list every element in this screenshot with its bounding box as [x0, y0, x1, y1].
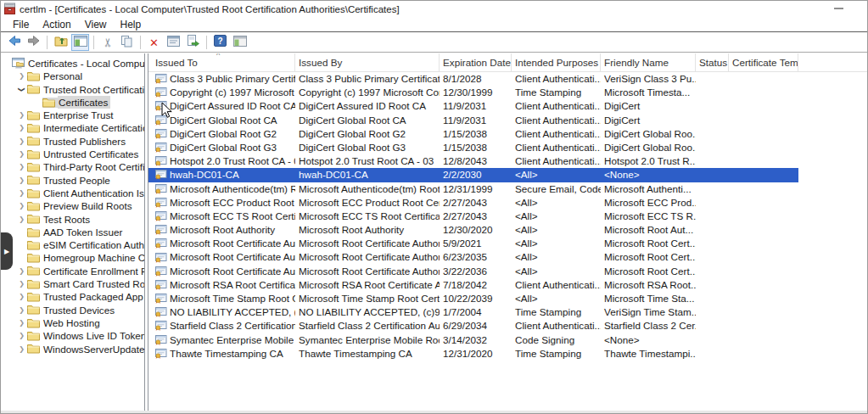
cert-row-microsoft-root-certificate-auth[interactable]: Microsoft Root Certificate Auth...Micros… — [148, 250, 798, 264]
tree-item-aad-token-issuer[interactable]: AAD Token Issuer — [1, 226, 144, 238]
back-button[interactable] — [5, 34, 23, 51]
up-one-level-button[interactable] — [52, 34, 70, 51]
export-list-button[interactable] — [184, 34, 202, 51]
chevron-down-icon[interactable]: ❯ — [15, 84, 28, 95]
cert-row-microsoft-time-stamp-root-cer[interactable]: Microsoft Time Stamp Root Cer...Microsof… — [148, 292, 798, 305]
tree-item-third-party-root-certification[interactable]: ❯Third-Party Root Certification — [1, 160, 144, 173]
cell-expiration: 2/27/2043 — [440, 210, 512, 223]
chevron-right-icon[interactable]: ❯ — [16, 135, 27, 148]
column-header-certificate-tem[interactable]: Certificate Tem... — [729, 53, 798, 71]
column-header-expiration-date[interactable]: Expiration Date — [440, 53, 512, 71]
chevron-right-icon[interactable]: ❯ — [16, 199, 27, 212]
forward-button[interactable] — [25, 34, 42, 51]
tree-item-intermediate-certification-au[interactable]: ❯Intermediate Certification Au — [1, 121, 144, 134]
chevron-right-icon[interactable]: ❯ — [16, 174, 27, 187]
tree-item-trusted-packaged-app-install[interactable]: ❯Trusted Packaged App Install — [1, 290, 144, 303]
cell-text: Microsoft Root Authority — [299, 223, 404, 237]
tree-item-smart-card-trusted-roots[interactable]: ❯Smart Card Trusted Roots — [1, 277, 144, 290]
column-header-issued-to[interactable]: Issued To^ — [152, 53, 295, 71]
tree-item-certificates-local-computer[interactable]: Certificates - Local Computer — [1, 57, 144, 70]
cert-row-microsoft-ecc-product-root-ce[interactable]: Microsoft ECC Product Root Ce...Microsof… — [148, 196, 798, 210]
tree-item-preview-build-roots[interactable]: ❯Preview Build Roots — [1, 199, 144, 212]
chevron-right-icon[interactable]: ❯ — [16, 148, 27, 160]
tree-item-windows-live-id-token-issuer[interactable]: ❯Windows Live ID Token Issuer — [1, 329, 144, 342]
tree-item-test-roots[interactable]: ❯Test Roots — [1, 213, 144, 226]
tree-item-homegroup-machine-certific[interactable]: Homegroup Machine Certific — [1, 251, 144, 264]
help-button[interactable]: ? — [211, 34, 229, 51]
tree-item-web-hosting[interactable]: ❯Web Hosting — [1, 316, 144, 329]
cert-row-microsoft-root-certificate-auth[interactable]: Microsoft Root Certificate Auth...Micros… — [148, 237, 798, 250]
show-console-tree-button[interactable] — [71, 34, 89, 51]
new-window-button[interactable] — [231, 34, 249, 51]
tree-item-label: Trusted Publishers — [42, 135, 128, 148]
cert-row-starfield-class-2-certification-a[interactable]: Starfield Class 2 Certification A...Star… — [148, 319, 798, 333]
chevron-right-icon[interactable]: ❯ — [16, 109, 27, 121]
cert-row-digicert-global-root-g3[interactable]: DigiCert Global Root G3DigiCert Global R… — [148, 141, 798, 154]
chevron-right-icon[interactable]: ❯ — [16, 343, 27, 355]
cell-text: Microsoft Authenticode(tm) Root... — [299, 182, 440, 196]
cell-expiration: 3/14/2032 — [440, 333, 512, 347]
tree-item-client-authentication-issuers[interactable]: ❯Client Authentication Issuers — [1, 187, 144, 199]
tree-item-esim-certification-authorities[interactable]: eSIM Certification Authorities — [1, 238, 144, 251]
column-header-status[interactable]: Status — [696, 53, 729, 71]
tree-item-trusted-publishers[interactable]: ❯Trusted Publishers — [1, 135, 144, 148]
tree-item-personal[interactable]: ❯Personal — [1, 70, 144, 82]
cert-row-microsoft-authenticode-tm-ro[interactable]: Microsoft Authenticode(tm) Ro...Microsof… — [148, 182, 798, 196]
cell-issued_by: Microsoft Time Stamp Root Certif... — [295, 292, 440, 305]
cell-text: Microsoft Root Certificate Authori... — [299, 237, 440, 250]
cell-text: 6/29/2034 — [443, 319, 487, 333]
copy-button[interactable] — [118, 34, 136, 51]
cert-row-hotspot-2-0-trust-root-ca-03[interactable]: Hotspot 2.0 Trust Root CA - 03Hotspot 2.… — [148, 154, 798, 168]
chevron-right-icon[interactable]: ❯ — [16, 121, 27, 134]
chevron-right-icon[interactable]: ❯ — [16, 70, 27, 82]
chevron-right-icon[interactable]: ❯ — [16, 316, 27, 329]
cell-text: Microsoft Time Stamp Root Certif... — [299, 292, 440, 305]
cell-friendly: Microsoft Timesta... — [601, 86, 696, 99]
tree-item-trusted-people[interactable]: ❯Trusted People — [1, 174, 144, 187]
tree-item-enterprise-trust[interactable]: ❯Enterprise Trust — [1, 109, 144, 121]
tree-item-untrusted-certificates[interactable]: ❯Untrusted Certificates — [1, 148, 144, 160]
menu-file[interactable]: File — [6, 19, 36, 31]
cut-button[interactable]: ✂ — [98, 34, 116, 51]
chevron-right-icon[interactable]: ❯ — [16, 187, 27, 199]
cell-issued_to: Hotspot 2.0 Trust Root CA - 03 — [152, 154, 295, 168]
cert-row-symantec-enterprise-mobile-ro[interactable]: Symantec Enterprise Mobile Ro...Symantec… — [148, 333, 798, 347]
properties-button[interactable] — [165, 34, 182, 51]
chevron-right-icon[interactable]: ❯ — [16, 304, 27, 316]
chevron-right-icon[interactable]: ❯ — [16, 290, 27, 303]
cert-row-digicert-assured-id-root-ca[interactable]: DigiCert Assured ID Root CADigiCert Assu… — [148, 99, 798, 113]
column-header-issued-by[interactable]: Issued By — [295, 53, 440, 71]
minimize-button[interactable] — [834, 8, 843, 9]
cert-row-class-3-public-primary-certificat[interactable]: Class 3 Public Primary Certificat...Clas… — [148, 72, 798, 86]
menu-help[interactable]: Help — [114, 19, 148, 31]
cert-row-digicert-global-root-ca[interactable]: DigiCert Global Root CADigiCert Global R… — [148, 114, 798, 127]
tree-item-windowsserverupdateservice[interactable]: ❯WindowsServerUpdateService — [1, 343, 144, 355]
tree-item-certificates[interactable]: Certificates — [1, 96, 144, 109]
cert-row-copyright-c-1997-microsoft-c[interactable]: Copyright (c) 1997 Microsoft C...Copyrig… — [148, 86, 798, 99]
folder-icon — [27, 266, 42, 276]
cert-row-microsoft-rsa-root-certificate[interactable]: Microsoft RSA Root Certificate ...Micros… — [148, 278, 798, 292]
tree-item-trusted-root-certification-au[interactable]: ❯Trusted Root Certification Au — [1, 83, 144, 96]
column-header-intended-purposes[interactable]: Intended Purposes — [512, 53, 601, 71]
delete-button[interactable]: ✕ — [145, 34, 163, 51]
window-bottom-border — [1, 411, 867, 413]
chevron-right-icon[interactable]: ❯ — [16, 213, 27, 226]
cert-row-no-liability-accepted-c-97[interactable]: NO LIABILITY ACCEPTED, (c)97 ...NO LIABI… — [148, 305, 798, 319]
chevron-right-icon[interactable]: ❯ — [16, 265, 27, 277]
cert-row-digicert-global-root-g2[interactable]: DigiCert Global Root G2DigiCert Global R… — [148, 127, 798, 141]
chevron-right-icon[interactable]: ❯ — [16, 329, 27, 342]
menu-action[interactable]: Action — [36, 19, 77, 31]
chevron-right-icon[interactable]: ❯ — [16, 160, 27, 173]
menu-view[interactable]: View — [78, 19, 114, 31]
cert-row-hwah-dc01-ca[interactable]: hwah-DC01-CAhwah-DC01-CA2/2/2030<All><No… — [148, 168, 798, 182]
tree-item-trusted-devices[interactable]: ❯Trusted Devices — [1, 304, 144, 316]
tree-item-certificate-enrollment-reque[interactable]: ❯Certificate Enrollment Reque — [1, 265, 144, 277]
cert-row-microsoft-root-authority[interactable]: Microsoft Root AuthorityMicrosoft Root A… — [148, 223, 798, 237]
cert-row-microsoft-ecc-ts-root-certifica[interactable]: Microsoft ECC TS Root Certifica...Micros… — [148, 210, 798, 223]
cert-row-thawte-timestamping-ca[interactable]: Thawte Timestamping CAThawte Timestampin… — [148, 347, 798, 361]
column-header-friendly-name[interactable]: Friendly Name — [601, 53, 696, 71]
cert-row-microsoft-root-certificate-auth[interactable]: Microsoft Root Certificate Auth...Micros… — [148, 265, 798, 278]
chevron-right-icon[interactable]: ❯ — [16, 277, 27, 290]
certlm-window: certlm - [Certificates - Local Computer\… — [0, 0, 868, 414]
flyout-handle[interactable]: ▶ — [1, 232, 14, 271]
